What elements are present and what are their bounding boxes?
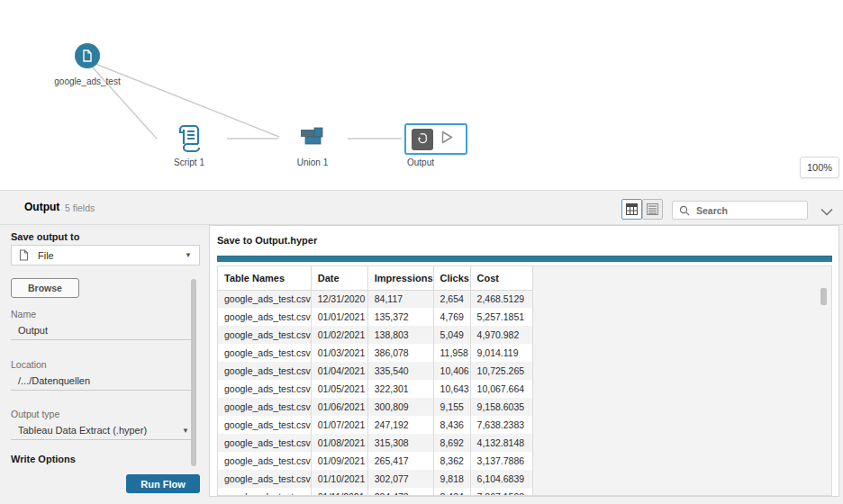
search-input-wrapper <box>672 201 808 220</box>
table-body: google_ads_test.csv12/31/202084,1172,654… <box>218 290 532 496</box>
table-row[interactable]: google_ads_test.csv01/03/2021386,07811,9… <box>218 344 532 362</box>
pane-title: Output <box>24 201 59 213</box>
table-cell: 01/09/2021 <box>311 452 367 470</box>
table-cell: 4,132.8148 <box>470 434 532 452</box>
table-cell: 01/02/2021 <box>311 326 367 344</box>
table-row[interactable]: google_ads_test.csv01/07/2021247,1928,43… <box>218 416 532 434</box>
table-cell: 5,257.1851 <box>470 308 532 326</box>
table-cell: google_ads_test.csv <box>218 434 311 452</box>
chevron-down-icon[interactable] <box>820 203 833 220</box>
table-row[interactable]: google_ads_test.csv01/04/2021335,54010,4… <box>218 362 532 380</box>
table-cell: 3,137.7886 <box>470 452 532 470</box>
table-row[interactable]: google_ads_test.csv01/08/2021315,3088,69… <box>218 434 532 452</box>
run-flow-button[interactable]: Run Flow <box>126 474 200 493</box>
table-cell: google_ads_test.csv <box>218 362 311 380</box>
table-cell: 135,372 <box>367 308 433 326</box>
table-cell: 284,473 <box>367 488 433 496</box>
table-cell: google_ads_test.csv <box>218 290 311 308</box>
table-row[interactable]: google_ads_test.csv01/11/2021284,4738,43… <box>218 488 532 496</box>
output-type-value[interactable]: Tableau Data Extract (.hyper) <box>18 425 147 436</box>
table-row[interactable]: google_ads_test.csv01/10/2021302,0779,81… <box>218 470 532 488</box>
table-cell: google_ads_test.csv <box>218 326 311 344</box>
grid-view-button[interactable] <box>621 199 642 220</box>
file-icon <box>19 249 29 261</box>
chevron-down-icon: ▼ <box>185 251 192 259</box>
location-label: Location <box>11 359 47 370</box>
output-config-panel: Save output to File ▼ Browse Name Output… <box>0 225 209 504</box>
table-cell: 8,436 <box>433 416 470 434</box>
flow-node-input[interactable] <box>75 43 100 68</box>
table-cell: 4,769 <box>433 308 470 326</box>
table-cell: 01/05/2021 <box>311 380 367 398</box>
table-cell: google_ads_test.csv <box>218 380 311 398</box>
table-cell: 01/11/2021 <box>311 488 367 496</box>
table-row[interactable]: google_ads_test.csv12/31/202084,1172,654… <box>218 290 532 308</box>
table-cell: 4,970.982 <box>470 326 532 344</box>
table-cell: 2,468.5129 <box>470 290 532 308</box>
table-cell: 2,654 <box>433 290 470 308</box>
table-cell: 322,301 <box>367 380 433 398</box>
table-cell: 11,958 <box>433 344 470 362</box>
destination-select[interactable]: File ▼ <box>11 245 200 266</box>
tableau-prep-window: google_ads_test Script 1 Union 1 <box>0 0 843 504</box>
table-cell: 6,104.6839 <box>470 470 532 488</box>
table-row[interactable]: google_ads_test.csv01/01/2021135,3724,76… <box>218 308 532 326</box>
name-label: Name <box>11 309 36 320</box>
browse-button[interactable]: Browse <box>11 278 79 298</box>
pane-field-count: 5 fields <box>65 202 95 213</box>
table-row[interactable]: google_ads_test.csv01/06/2021300,8099,15… <box>218 398 532 416</box>
table-scrollbar[interactable] <box>820 288 827 305</box>
flow-node-script[interactable] <box>176 122 203 155</box>
table-cell: 01/06/2021 <box>311 398 367 416</box>
table-cell: 10,725.265 <box>470 362 532 380</box>
table-cell: 315,308 <box>367 434 433 452</box>
name-underline <box>11 339 191 340</box>
location-underline <box>11 390 191 391</box>
table-cell: 265,417 <box>367 452 433 470</box>
flow-canvas[interactable]: google_ads_test Script 1 Union 1 <box>0 0 843 190</box>
file-document-icon <box>82 50 93 62</box>
table-cell: 9,155 <box>433 398 470 416</box>
list-view-button[interactable] <box>642 199 663 220</box>
table-cell: google_ads_test.csv <box>218 308 311 326</box>
table-cell: 8,434 <box>433 488 470 496</box>
column-header[interactable]: Impressions <box>367 266 433 290</box>
column-header[interactable]: Cost <box>470 266 532 290</box>
search-icon <box>679 205 690 216</box>
column-header[interactable]: Table Names <box>218 266 311 290</box>
table-cell: 10,643 <box>433 380 470 398</box>
table-cell: 01/07/2021 <box>311 416 367 434</box>
name-value[interactable]: Output <box>18 325 48 336</box>
flow-node-input-label: google_ads_test <box>33 76 141 86</box>
column-header[interactable]: Clicks <box>433 266 470 290</box>
flow-node-output[interactable] <box>404 123 467 155</box>
save-output-to-label: Save output to <box>11 231 79 242</box>
script-scroll-icon <box>176 122 203 155</box>
table-cell: 10,067.664 <box>470 380 532 398</box>
run-node-icon[interactable] <box>441 130 453 148</box>
list-view-icon <box>647 203 658 215</box>
table-cell: 386,078 <box>367 344 433 362</box>
table-cell: 302,077 <box>367 470 433 488</box>
zoom-level-badge[interactable]: 100% <box>800 157 839 178</box>
output-pane-header: Output 5 fields <box>0 190 843 225</box>
table-row[interactable]: google_ads_test.csv01/05/2021322,30110,6… <box>218 380 532 398</box>
table-cell: google_ads_test.csv <box>218 488 311 496</box>
table-row[interactable]: google_ads_test.csv01/02/2021138,8035,04… <box>218 326 532 344</box>
chevron-down-icon[interactable]: ▼ <box>182 427 189 435</box>
output-preview-card: Save to Output.hyper Table NamesDateImpr… <box>209 225 839 497</box>
table-cell: 138,803 <box>367 326 433 344</box>
table-cell: 9,014.119 <box>470 344 532 362</box>
table-cell: 5,049 <box>433 326 470 344</box>
table-cell: google_ads_test.csv <box>218 344 311 362</box>
config-panel-scrollbar[interactable] <box>191 279 196 466</box>
table-cell: 01/08/2021 <box>311 434 367 452</box>
table-row[interactable]: google_ads_test.csv01/09/2021265,4178,36… <box>218 452 532 470</box>
column-header[interactable]: Date <box>311 266 367 290</box>
flow-node-union[interactable] <box>299 127 326 147</box>
table-cell: 12/31/2020 <box>311 290 367 308</box>
location-value[interactable]: /.../Datenquellen <box>18 375 90 386</box>
search-input[interactable] <box>696 205 795 216</box>
write-options-label: Write Options <box>11 454 76 464</box>
table-cell: 9,158.6035 <box>470 398 532 416</box>
